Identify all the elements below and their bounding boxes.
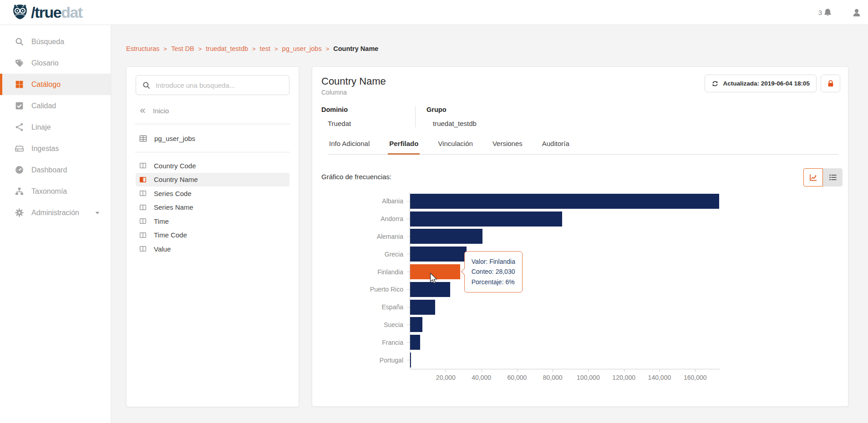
chart-bar-alemania[interactable] xyxy=(410,229,482,244)
back-to-home[interactable]: Inicio xyxy=(139,107,289,115)
refresh-icon xyxy=(711,80,719,87)
x-axis-tick-label: 60,000 xyxy=(507,374,527,381)
chart-category-label: Grecia xyxy=(327,251,407,258)
chart-row: Grecia xyxy=(327,245,721,263)
chart-bar-area xyxy=(410,192,721,210)
chart-bar-andorra[interactable] xyxy=(410,212,562,227)
chart-row: Francia xyxy=(327,333,721,351)
tab-perfilado[interactable]: Perfilado xyxy=(388,140,420,155)
tab-versiones[interactable]: Versiones xyxy=(491,140,524,155)
column-icon xyxy=(139,231,147,239)
sidebar-item-calidad[interactable]: Calidad xyxy=(0,95,111,116)
truedat-logo[interactable]: /truedat xyxy=(11,3,82,21)
chart-row: Portugal xyxy=(327,351,721,369)
column-item-label: Country Code xyxy=(154,162,196,170)
sidebar-item-glosario[interactable]: Glosario xyxy=(0,52,111,74)
chart-bar-area xyxy=(410,263,721,281)
sidebar-item-ingestas[interactable]: Ingestas xyxy=(0,138,111,159)
column-item-country-code[interactable]: Country Code xyxy=(136,159,289,173)
chart-row: Suecia xyxy=(327,316,721,334)
breadcrumb-link-test[interactable]: test xyxy=(260,45,270,52)
column-icon xyxy=(139,217,147,225)
column-item-label: Time Code xyxy=(154,231,187,239)
breadcrumb-separator: > xyxy=(163,45,167,52)
sidebar-item-administracion[interactable]: Administración xyxy=(0,202,111,223)
x-axis-tick-label: 80,000 xyxy=(543,374,563,381)
x-axis-tick-label: 120,000 xyxy=(612,374,635,381)
sidebar-item-linaje[interactable]: Linaje xyxy=(0,116,111,138)
column-item-series-name[interactable]: Series Name xyxy=(136,201,289,215)
chart-bar-francia[interactable] xyxy=(410,335,420,350)
sidebar-item-label: Búsqueda xyxy=(31,38,64,46)
inbox-icon xyxy=(14,144,24,154)
column-active-icon xyxy=(139,176,147,184)
page: /truedat 3 BúsquedaGlosarioCatálogoCalid… xyxy=(0,0,868,423)
structure-metadata: Dominio Truedat Grupo truedat_testdb xyxy=(321,106,839,127)
divider xyxy=(135,124,290,124)
breadcrumb-separator: > xyxy=(326,45,330,52)
column-item-series-code[interactable]: Series Code xyxy=(136,186,289,201)
group-value: truedat_testdb xyxy=(426,120,477,127)
list-view-button[interactable] xyxy=(823,168,843,186)
search-input[interactable] xyxy=(136,76,289,95)
x-axis-tick-label: 20,000 xyxy=(436,374,456,381)
gear-icon xyxy=(14,208,24,218)
sidebar-item-catalogo[interactable]: Catálogo xyxy=(0,74,111,95)
tab-info-adicional[interactable]: Info Adicional xyxy=(328,140,371,155)
column-item-time[interactable]: Time xyxy=(136,214,289,228)
notifications-button[interactable]: 3 xyxy=(818,8,832,17)
check-square-icon xyxy=(14,101,24,111)
x-axis-tick xyxy=(588,369,589,372)
sidebar-item-busqueda[interactable]: Búsqueda xyxy=(0,31,111,52)
column-item-label: Value xyxy=(154,245,171,253)
chart-bar-grecia[interactable] xyxy=(410,247,467,262)
chart-bar-albania[interactable] xyxy=(410,194,719,209)
column-icon xyxy=(139,189,147,197)
x-axis-tick-label: 160,000 xyxy=(684,374,707,381)
tooltip-count-line: Conteo: 28,030 xyxy=(472,267,515,277)
refresh-updated-button[interactable]: Actualizada: 2019-06-04 18:05 xyxy=(705,75,817,92)
divider xyxy=(135,152,290,152)
profile-section-header: Gráfico de frecuencias: xyxy=(321,168,839,181)
bell-icon xyxy=(823,8,832,17)
sidebar-item-label: Linaje xyxy=(31,123,51,131)
column-item-label: Country Name xyxy=(154,176,198,183)
user-menu-button[interactable] xyxy=(852,8,862,18)
sidebar-item-taxonomia[interactable]: Taxonomía xyxy=(0,181,111,202)
chart-bar-espana[interactable] xyxy=(410,300,435,315)
column-item-country-name[interactable]: Country Name xyxy=(136,173,289,187)
x-axis-tick xyxy=(695,369,695,372)
grid-icon xyxy=(14,80,24,90)
column-item-time-code[interactable]: Time Code xyxy=(136,228,289,242)
sidebar-item-dashboard[interactable]: Dashboard xyxy=(0,159,111,181)
table-item-pg-user-jobs[interactable]: pg_user_jobs xyxy=(139,134,289,143)
x-axis-tick-label: 100,000 xyxy=(577,374,600,381)
column-item-value[interactable]: Value xyxy=(136,242,289,256)
chart-bar-finlandia[interactable] xyxy=(410,264,460,279)
chart-row: Puerto Rico xyxy=(327,281,721,298)
chart-rows: AlbaniaAndorraAlemaniaGreciaFinlandiaPue… xyxy=(327,192,721,369)
breadcrumb-link-truedat-testdb[interactable]: truedat_testdb xyxy=(206,45,248,52)
chart-row: Andorra xyxy=(327,210,721,228)
breadcrumb-link-test-db[interactable]: Test DB xyxy=(171,45,194,52)
owl-logo-icon xyxy=(11,3,29,21)
share-icon xyxy=(14,122,24,132)
sidebar-item-label: Dashboard xyxy=(31,166,67,174)
chart-bar-portugal[interactable] xyxy=(410,352,411,368)
chart-view-button[interactable] xyxy=(803,168,823,186)
chart-row: Finlandia xyxy=(327,263,721,281)
chart-bar-suecia[interactable] xyxy=(410,317,422,332)
breadcrumb-link-estructuras[interactable]: Estructuras xyxy=(126,45,159,52)
tab-vinculacion[interactable]: Vinculación xyxy=(437,140,474,155)
list-icon xyxy=(828,173,838,182)
logo-text: /truedat xyxy=(31,3,82,21)
tab-auditoria[interactable]: Auditoría xyxy=(541,140,571,155)
breadcrumb-link-pg-user-jobs[interactable]: pg_user_jobs xyxy=(282,45,322,52)
updated-label: Actualizada: 2019-06-04 18:05 xyxy=(723,80,810,87)
chart-bar-puerto-rico[interactable] xyxy=(410,282,450,297)
column-item-label: Time xyxy=(154,217,169,225)
column-list: Country CodeCountry NameSeries CodeSerie… xyxy=(136,159,289,256)
chart-category-label: Francia xyxy=(327,339,407,346)
lock-button[interactable] xyxy=(821,75,840,92)
chart-row: España xyxy=(327,298,721,316)
